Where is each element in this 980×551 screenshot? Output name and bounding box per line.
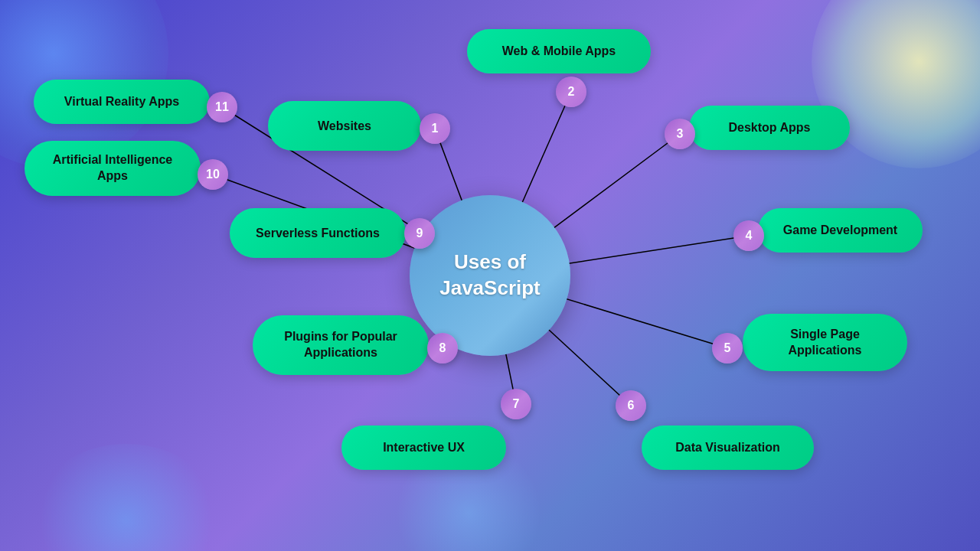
node-desktop: Desktop Apps — [689, 106, 850, 150]
node-ai: Artificial Intelligence Apps — [24, 141, 201, 196]
node-serverless: Serverless Functions — [230, 208, 406, 258]
bubble-5: 5 — [712, 333, 743, 364]
node-data-viz: Data Visualization — [642, 425, 814, 470]
bubble-2: 2 — [556, 77, 586, 107]
center-text: Uses of JavaScript — [439, 249, 541, 302]
bubble-8: 8 — [427, 333, 458, 364]
bubble-10: 10 — [198, 159, 228, 190]
bubble-11: 11 — [207, 92, 237, 122]
bubble-7: 7 — [501, 389, 531, 419]
center-circle: Uses of JavaScript — [410, 195, 570, 356]
node-websites: Websites — [268, 101, 421, 151]
bubble-3: 3 — [665, 119, 695, 149]
node-spa: Single Page Applications — [743, 314, 907, 371]
bubble-9: 9 — [404, 218, 435, 249]
bg-blob-bottomleft — [31, 444, 222, 551]
bubble-4: 4 — [733, 220, 764, 251]
node-web-mobile: Web & Mobile Apps — [467, 29, 651, 73]
node-game: Game Development — [758, 208, 923, 253]
node-plugins: Plugins for Popular Applications — [253, 315, 429, 375]
bubble-1: 1 — [420, 113, 450, 144]
node-vr: Virtual Reality Apps — [34, 80, 210, 124]
node-interactive: Interactive UX — [341, 425, 506, 470]
bubble-6: 6 — [616, 390, 646, 421]
